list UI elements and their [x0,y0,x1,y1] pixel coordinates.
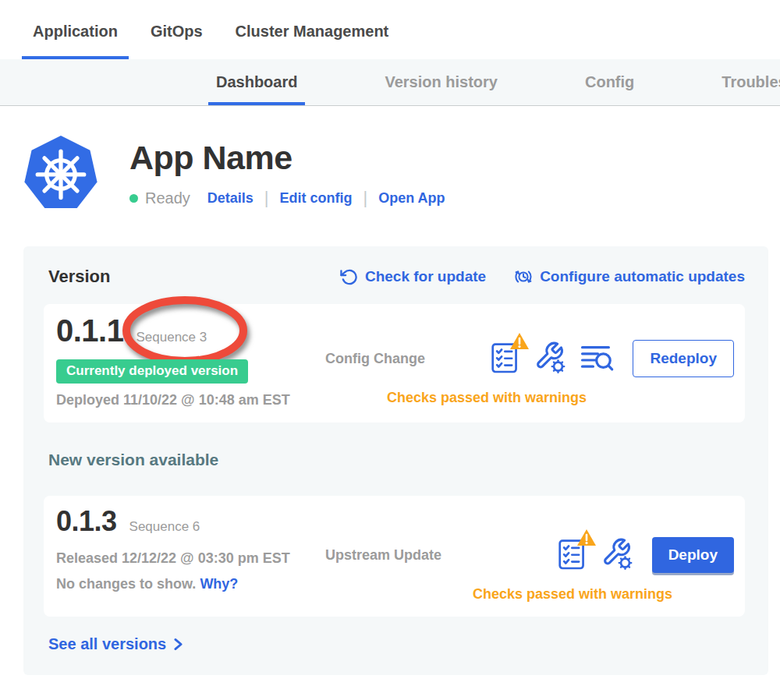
top-nav: Application GitOps Cluster Management [0,0,780,59]
available-checks-status: Checks passed with warnings [325,586,734,603]
available-source-type: Upstream Update [325,547,441,564]
open-app-link[interactable]: Open App [378,190,445,207]
see-all-versions-link[interactable]: See all versions [48,635,745,653]
new-version-heading: New version available [48,451,745,469]
current-checks-status: Checks passed with warnings [325,390,734,406]
why-link[interactable]: Why? [200,576,238,592]
current-version-row: 0.1.1 Sequence 3 Currently deployed vers… [44,304,745,422]
details-link[interactable]: Details [207,190,254,207]
preflight-checks-icon[interactable] [558,536,587,574]
tab-version-history[interactable]: Version history [385,59,498,105]
deployed-timestamp: Deployed 11/10/22 @ 10:48 am EST [56,392,325,408]
schedule-update-icon [514,267,533,286]
app-header: App Name Ready Details | Edit config | O… [23,134,780,212]
chevron-right-icon [172,638,184,651]
current-sequence-label: Sequence 3 [136,330,207,345]
redeploy-button[interactable]: Redeploy [633,340,734,377]
status-dot-icon [129,194,138,203]
configure-automatic-updates-link[interactable]: Configure automatic updates [514,267,745,286]
preflight-checks-icon[interactable] [491,340,520,377]
current-version-number: 0.1.1 [56,313,123,348]
tab-troubleshoot[interactable]: Troubleshoot [722,59,780,105]
check-for-update-link[interactable]: Check for update [340,268,486,286]
refresh-icon [340,268,358,286]
view-diff-icon[interactable] [580,341,614,376]
tab-dashboard[interactable]: Dashboard [216,59,297,105]
warning-triangle-icon [576,528,597,547]
no-changes-text: No changes to show. [56,576,196,592]
sub-nav: Dashboard Version history Config Trouble… [0,59,780,106]
kubernetes-logo-icon [23,134,98,212]
edit-config-icon[interactable] [534,340,566,377]
edit-config-icon[interactable] [601,536,633,574]
currently-deployed-badge: Currently deployed version [56,359,248,384]
status-label: Ready [145,189,190,207]
page-title: App Name [129,139,445,177]
tab-config[interactable]: Config [585,59,634,105]
version-card-title: Version [48,267,110,287]
top-nav-item-cluster-management[interactable]: Cluster Management [225,23,400,59]
deploy-button[interactable]: Deploy [652,537,734,573]
current-source-type: Config Change [325,351,425,367]
top-nav-item-application[interactable]: Application [22,23,129,59]
available-sequence-label: Sequence 6 [129,519,200,535]
divider: | [264,188,269,208]
available-version-row: 0.1.3 Sequence 6 Released 12/12/22 @ 03:… [44,496,745,617]
version-card: Version Check for update Configure [23,246,768,675]
released-timestamp: Released 12/12/22 @ 03:30 pm EST [56,550,325,567]
divider: | [363,188,368,208]
warning-triangle-icon [509,331,530,351]
top-nav-item-gitops[interactable]: GitOps [140,23,214,59]
available-version-number: 0.1.3 [56,505,117,538]
edit-config-link[interactable]: Edit config [280,190,353,207]
